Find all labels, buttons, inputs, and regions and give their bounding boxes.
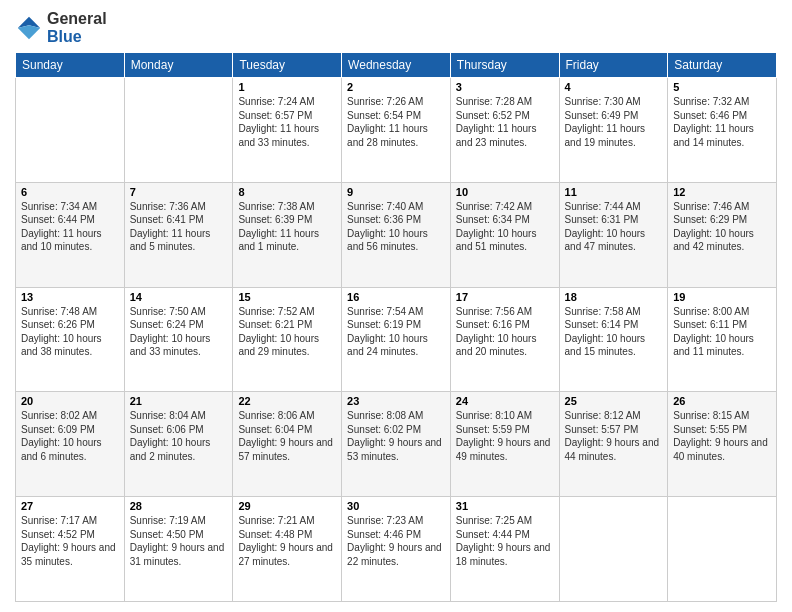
day-header-saturday: Saturday <box>668 53 777 78</box>
day-info: Sunrise: 8:10 AM Sunset: 5:59 PM Dayligh… <box>456 409 554 463</box>
header: General Blue <box>15 10 777 46</box>
day-number: 8 <box>238 186 336 198</box>
day-info: Sunrise: 7:46 AM Sunset: 6:29 PM Dayligh… <box>673 200 771 254</box>
day-info: Sunrise: 7:52 AM Sunset: 6:21 PM Dayligh… <box>238 305 336 359</box>
day-info: Sunrise: 7:26 AM Sunset: 6:54 PM Dayligh… <box>347 95 445 149</box>
day-header-thursday: Thursday <box>450 53 559 78</box>
day-info: Sunrise: 7:21 AM Sunset: 4:48 PM Dayligh… <box>238 514 336 568</box>
day-info: Sunrise: 7:19 AM Sunset: 4:50 PM Dayligh… <box>130 514 228 568</box>
calendar-cell: 20Sunrise: 8:02 AM Sunset: 6:09 PM Dayli… <box>16 392 125 497</box>
logo: General Blue <box>15 10 107 46</box>
day-number: 4 <box>565 81 663 93</box>
calendar-cell: 12Sunrise: 7:46 AM Sunset: 6:29 PM Dayli… <box>668 182 777 287</box>
week-row-3: 13Sunrise: 7:48 AM Sunset: 6:26 PM Dayli… <box>16 287 777 392</box>
day-number: 21 <box>130 395 228 407</box>
day-number: 14 <box>130 291 228 303</box>
day-number: 5 <box>673 81 771 93</box>
day-info: Sunrise: 8:06 AM Sunset: 6:04 PM Dayligh… <box>238 409 336 463</box>
day-info: Sunrise: 7:48 AM Sunset: 6:26 PM Dayligh… <box>21 305 119 359</box>
calendar-cell: 2Sunrise: 7:26 AM Sunset: 6:54 PM Daylig… <box>342 78 451 183</box>
day-number: 25 <box>565 395 663 407</box>
calendar-cell: 23Sunrise: 8:08 AM Sunset: 6:02 PM Dayli… <box>342 392 451 497</box>
day-number: 17 <box>456 291 554 303</box>
day-number: 29 <box>238 500 336 512</box>
calendar-cell: 17Sunrise: 7:56 AM Sunset: 6:16 PM Dayli… <box>450 287 559 392</box>
calendar-cell: 14Sunrise: 7:50 AM Sunset: 6:24 PM Dayli… <box>124 287 233 392</box>
calendar: SundayMondayTuesdayWednesdayThursdayFrid… <box>15 52 777 602</box>
calendar-cell: 25Sunrise: 8:12 AM Sunset: 5:57 PM Dayli… <box>559 392 668 497</box>
day-info: Sunrise: 8:12 AM Sunset: 5:57 PM Dayligh… <box>565 409 663 463</box>
day-header-sunday: Sunday <box>16 53 125 78</box>
day-number: 19 <box>673 291 771 303</box>
day-number: 28 <box>130 500 228 512</box>
calendar-header-row: SundayMondayTuesdayWednesdayThursdayFrid… <box>16 53 777 78</box>
calendar-cell: 28Sunrise: 7:19 AM Sunset: 4:50 PM Dayli… <box>124 497 233 602</box>
calendar-cell: 15Sunrise: 7:52 AM Sunset: 6:21 PM Dayli… <box>233 287 342 392</box>
calendar-cell: 24Sunrise: 8:10 AM Sunset: 5:59 PM Dayli… <box>450 392 559 497</box>
day-info: Sunrise: 8:15 AM Sunset: 5:55 PM Dayligh… <box>673 409 771 463</box>
day-info: Sunrise: 7:23 AM Sunset: 4:46 PM Dayligh… <box>347 514 445 568</box>
day-info: Sunrise: 7:32 AM Sunset: 6:46 PM Dayligh… <box>673 95 771 149</box>
calendar-cell: 9Sunrise: 7:40 AM Sunset: 6:36 PM Daylig… <box>342 182 451 287</box>
calendar-cell: 13Sunrise: 7:48 AM Sunset: 6:26 PM Dayli… <box>16 287 125 392</box>
calendar-cell: 7Sunrise: 7:36 AM Sunset: 6:41 PM Daylig… <box>124 182 233 287</box>
calendar-cell: 30Sunrise: 7:23 AM Sunset: 4:46 PM Dayli… <box>342 497 451 602</box>
day-info: Sunrise: 8:08 AM Sunset: 6:02 PM Dayligh… <box>347 409 445 463</box>
logo-text: General Blue <box>47 10 107 46</box>
day-number: 13 <box>21 291 119 303</box>
calendar-cell: 29Sunrise: 7:21 AM Sunset: 4:48 PM Dayli… <box>233 497 342 602</box>
calendar-cell <box>559 497 668 602</box>
day-info: Sunrise: 7:34 AM Sunset: 6:44 PM Dayligh… <box>21 200 119 254</box>
day-number: 30 <box>347 500 445 512</box>
day-info: Sunrise: 7:40 AM Sunset: 6:36 PM Dayligh… <box>347 200 445 254</box>
day-number: 27 <box>21 500 119 512</box>
day-info: Sunrise: 7:44 AM Sunset: 6:31 PM Dayligh… <box>565 200 663 254</box>
calendar-cell: 21Sunrise: 8:04 AM Sunset: 6:06 PM Dayli… <box>124 392 233 497</box>
calendar-cell: 8Sunrise: 7:38 AM Sunset: 6:39 PM Daylig… <box>233 182 342 287</box>
day-number: 31 <box>456 500 554 512</box>
day-number: 11 <box>565 186 663 198</box>
day-header-friday: Friday <box>559 53 668 78</box>
day-number: 7 <box>130 186 228 198</box>
week-row-5: 27Sunrise: 7:17 AM Sunset: 4:52 PM Dayli… <box>16 497 777 602</box>
day-info: Sunrise: 7:30 AM Sunset: 6:49 PM Dayligh… <box>565 95 663 149</box>
day-info: Sunrise: 7:28 AM Sunset: 6:52 PM Dayligh… <box>456 95 554 149</box>
day-info: Sunrise: 8:02 AM Sunset: 6:09 PM Dayligh… <box>21 409 119 463</box>
calendar-cell <box>124 78 233 183</box>
day-info: Sunrise: 7:56 AM Sunset: 6:16 PM Dayligh… <box>456 305 554 359</box>
day-number: 15 <box>238 291 336 303</box>
calendar-cell: 26Sunrise: 8:15 AM Sunset: 5:55 PM Dayli… <box>668 392 777 497</box>
calendar-cell: 18Sunrise: 7:58 AM Sunset: 6:14 PM Dayli… <box>559 287 668 392</box>
day-number: 1 <box>238 81 336 93</box>
calendar-cell <box>16 78 125 183</box>
day-number: 6 <box>21 186 119 198</box>
calendar-cell: 10Sunrise: 7:42 AM Sunset: 6:34 PM Dayli… <box>450 182 559 287</box>
day-info: Sunrise: 8:00 AM Sunset: 6:11 PM Dayligh… <box>673 305 771 359</box>
day-header-wednesday: Wednesday <box>342 53 451 78</box>
day-number: 3 <box>456 81 554 93</box>
day-number: 10 <box>456 186 554 198</box>
day-info: Sunrise: 7:36 AM Sunset: 6:41 PM Dayligh… <box>130 200 228 254</box>
day-number: 24 <box>456 395 554 407</box>
day-number: 20 <box>21 395 119 407</box>
calendar-cell: 31Sunrise: 7:25 AM Sunset: 4:44 PM Dayli… <box>450 497 559 602</box>
week-row-2: 6Sunrise: 7:34 AM Sunset: 6:44 PM Daylig… <box>16 182 777 287</box>
calendar-cell: 3Sunrise: 7:28 AM Sunset: 6:52 PM Daylig… <box>450 78 559 183</box>
calendar-cell: 11Sunrise: 7:44 AM Sunset: 6:31 PM Dayli… <box>559 182 668 287</box>
day-number: 23 <box>347 395 445 407</box>
day-info: Sunrise: 7:42 AM Sunset: 6:34 PM Dayligh… <box>456 200 554 254</box>
calendar-cell: 27Sunrise: 7:17 AM Sunset: 4:52 PM Dayli… <box>16 497 125 602</box>
calendar-cell: 1Sunrise: 7:24 AM Sunset: 6:57 PM Daylig… <box>233 78 342 183</box>
calendar-cell: 4Sunrise: 7:30 AM Sunset: 6:49 PM Daylig… <box>559 78 668 183</box>
day-info: Sunrise: 7:17 AM Sunset: 4:52 PM Dayligh… <box>21 514 119 568</box>
day-number: 22 <box>238 395 336 407</box>
day-info: Sunrise: 7:50 AM Sunset: 6:24 PM Dayligh… <box>130 305 228 359</box>
day-number: 9 <box>347 186 445 198</box>
calendar-cell: 6Sunrise: 7:34 AM Sunset: 6:44 PM Daylig… <box>16 182 125 287</box>
day-info: Sunrise: 7:38 AM Sunset: 6:39 PM Dayligh… <box>238 200 336 254</box>
logo-icon <box>15 14 43 42</box>
week-row-1: 1Sunrise: 7:24 AM Sunset: 6:57 PM Daylig… <box>16 78 777 183</box>
day-number: 2 <box>347 81 445 93</box>
calendar-cell: 16Sunrise: 7:54 AM Sunset: 6:19 PM Dayli… <box>342 287 451 392</box>
day-info: Sunrise: 7:24 AM Sunset: 6:57 PM Dayligh… <box>238 95 336 149</box>
